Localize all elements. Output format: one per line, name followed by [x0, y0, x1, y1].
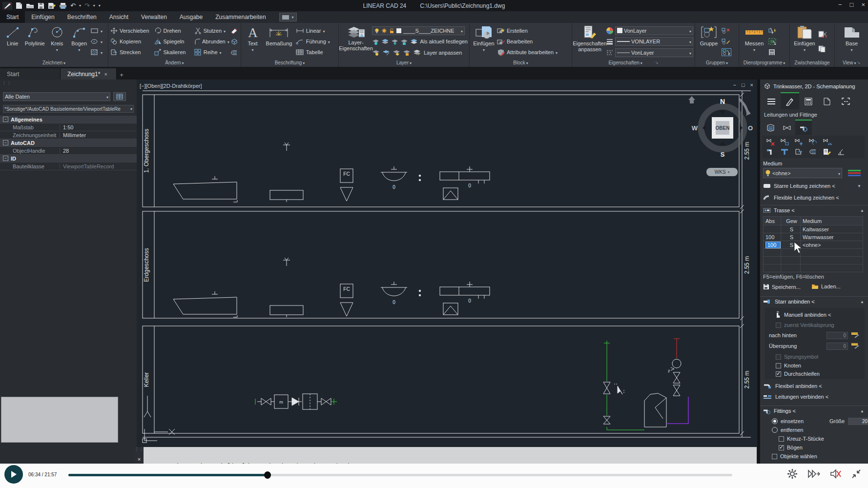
- file-tab-start[interactable]: Start: [0, 68, 61, 80]
- gruppe-aufheben-icon[interactable]: [722, 26, 736, 35]
- fitting-rotate-icon[interactable]: [807, 138, 818, 146]
- linetype-select[interactable]: VonLayer: [615, 48, 693, 57]
- wks-button[interactable]: WKS: [706, 168, 738, 176]
- data-filter-select[interactable]: Alle Daten: [3, 92, 110, 101]
- shrink-screen-icon[interactable]: [851, 469, 861, 479]
- flexibel-anbinden-row[interactable]: Flexibel anbinden <: [763, 383, 822, 389]
- settings-gear-icon[interactable]: [787, 468, 798, 479]
- drawing-minimize-button[interactable]: −: [733, 82, 736, 88]
- trasse-row[interactable]: [764, 257, 863, 264]
- command-grip[interactable]: ⋮⋮: [135, 448, 144, 450]
- group-label-zeichnen[interactable]: Zeichnen: [0, 59, 108, 67]
- eigenschaften-anpassen-button[interactable]: Eigenschaften anpassen: [574, 24, 605, 59]
- element-path-select[interactable]: *Sonstige*/AutoCAD Basiselemente/Viewpor…: [3, 105, 134, 113]
- fittings-header[interactable]: Fittings <▲: [760, 406, 868, 416]
- qat-customize-icon[interactable]: [99, 1, 101, 10]
- group-label-layer[interactable]: Layer: [339, 59, 469, 67]
- new-tab-button[interactable]: +: [117, 70, 126, 80]
- kopieren-zw-icon[interactable]: [818, 44, 832, 53]
- table-view-button[interactable]: [113, 92, 126, 101]
- pipe-corner-icon[interactable]: [765, 147, 776, 156]
- polylinie-button[interactable]: Polylinie: [24, 24, 45, 59]
- tab-einfuegen[interactable]: Einfügen: [25, 11, 61, 23]
- command-close-icon[interactable]: ×: [138, 456, 141, 462]
- zw-einfuegen-dropdown-icon[interactable]: [804, 46, 806, 53]
- group-label-block[interactable]: Block: [470, 59, 572, 67]
- pipe-angle-icon[interactable]: [836, 147, 847, 156]
- pick-distance-icon[interactable]: [851, 342, 860, 349]
- kopieren-button[interactable]: Kopieren: [110, 37, 153, 46]
- drawing-close-button[interactable]: ×: [750, 82, 753, 88]
- maximize-button[interactable]: □: [850, 1, 854, 8]
- attribute-bearbeiten-button[interactable]: Attribute bearbeiten: [497, 48, 570, 57]
- bemassung-button[interactable]: Bemaßung: [263, 24, 295, 59]
- drawing-restore-button[interactable]: □: [742, 82, 745, 88]
- prop-row[interactable]: Maßstab1:50: [0, 123, 137, 131]
- fitting-mirror-icon[interactable]: [822, 138, 832, 146]
- abrunden-button[interactable]: Abrunden: [194, 37, 229, 46]
- schnellauswahl-icon[interactable]: [768, 26, 785, 35]
- messen-dropdown-icon[interactable]: [753, 46, 755, 53]
- bogen-dropdown-icon[interactable]: [78, 46, 80, 53]
- objekte-waehlen-checkbox[interactable]: Objekte wählen: [772, 453, 817, 459]
- save-icon[interactable]: [38, 1, 44, 10]
- collapse-icon[interactable]: −: [3, 140, 8, 145]
- medium-colors-icon[interactable]: [847, 169, 862, 177]
- app-logo-icon[interactable]: [2, 1, 12, 10]
- kreis-button[interactable]: Kreis: [46, 24, 67, 59]
- save-button[interactable]: Speichern...: [763, 284, 801, 290]
- viewport-controls-label[interactable]: [−][Oben][2D-Drahtkörper]: [140, 83, 202, 89]
- tab-ausgabe[interactable]: Ausgabe: [173, 11, 209, 23]
- checkbox-icon[interactable]: [776, 363, 781, 368]
- verschieben-button[interactable]: Verschieben: [110, 26, 153, 35]
- open-folder-icon[interactable]: [26, 1, 34, 10]
- group-label-eigenschaften[interactable]: Eigenschaften↘: [572, 59, 695, 67]
- fuehrung-button[interactable]: Führung: [296, 37, 337, 46]
- base-button[interactable]: Base: [838, 24, 866, 59]
- eigenschaften-dialog-launcher[interactable]: ↘: [655, 61, 659, 65]
- layer-eigenschaften-button[interactable]: Layer-Eigenschaften: [341, 24, 371, 59]
- lineweight-select[interactable]: VONLAYER: [615, 37, 693, 46]
- collapse-icon[interactable]: −: [3, 156, 8, 161]
- text-button[interactable]: A Text: [243, 24, 262, 59]
- fitting-delete-icon[interactable]: [765, 138, 776, 146]
- block-bearbeiten-button[interactable]: Bearbeiten: [497, 37, 570, 46]
- section-allgemeines[interactable]: −Allgemeines: [0, 116, 137, 123]
- group-label-aendern[interactable]: Ändern: [108, 59, 241, 67]
- group-label-view[interactable]: View↘: [835, 59, 868, 67]
- starr-anbinden-header[interactable]: Starr anbinden <▲: [760, 296, 868, 306]
- checkbox-icon[interactable]: [772, 454, 777, 459]
- einsetzen-radio[interactable]: einsetzen Größe 20: [772, 418, 804, 424]
- file-tab-close-icon[interactable]: ×: [104, 71, 107, 77]
- file-tab-zeichnung1[interactable]: Zeichnung1*×: [61, 68, 117, 80]
- skalieren-button[interactable]: Skalieren: [154, 48, 193, 57]
- stutzen-button[interactable]: Stutzen: [194, 26, 229, 35]
- block-erstellen-button[interactable]: Erstellen: [497, 26, 570, 35]
- group-label-beschriftung[interactable]: Beschriftung: [241, 59, 338, 67]
- pick-distance-icon[interactable]: [851, 331, 860, 339]
- plot-icon[interactable]: [59, 1, 67, 10]
- knoten-checkbox[interactable]: Knoten: [776, 363, 801, 368]
- loeschen-icon[interactable]: [230, 26, 239, 35]
- leitungen-verbinden-row[interactable]: Leitungen verbinden <: [763, 394, 828, 400]
- checkbox-icon[interactable]: [776, 354, 781, 360]
- gruppenauswahl-icon[interactable]: [722, 48, 736, 57]
- linie-button[interactable]: Linie: [2, 24, 23, 59]
- ribbon-display-button[interactable]: [279, 13, 297, 21]
- group-label-gruppen[interactable]: Gruppen: [695, 59, 739, 67]
- progress-bar[interactable]: [68, 474, 732, 476]
- panel-tab-menu[interactable]: [762, 92, 781, 109]
- tabelle-button[interactable]: Tabelle: [296, 48, 337, 57]
- block-einfuegen-dropdown-icon[interactable]: [483, 46, 485, 53]
- tab-verwalten[interactable]: Verwalten: [135, 11, 173, 23]
- als-aktuell-button[interactable]: Als aktuell festlegen: [420, 39, 468, 44]
- nach-hinten-input[interactable]: 0: [827, 332, 848, 339]
- drehen-button[interactable]: Drehen: [154, 26, 193, 35]
- panel-tab-calc[interactable]: [799, 92, 818, 109]
- linear-button[interactable]: Linear: [296, 26, 337, 35]
- palette-grip[interactable]: ⋮⋮: [2, 82, 12, 84]
- panel-tab-document[interactable]: [818, 92, 836, 109]
- save-as-icon[interactable]: [48, 1, 56, 10]
- boegen-checkbox[interactable]: Bögen: [779, 445, 803, 450]
- panel-splitter[interactable]: [757, 80, 760, 488]
